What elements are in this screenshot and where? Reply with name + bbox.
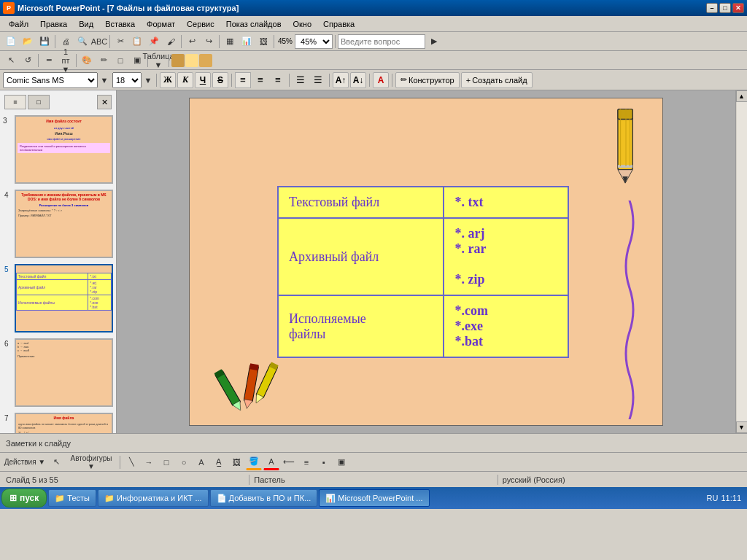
right-scrollbar[interactable]: ▲ ▼ [735, 90, 747, 433]
scroll-up-btn[interactable]: ▲ [736, 90, 748, 102]
autoshapes-btn[interactable]: Автофигуры ▼ [66, 454, 117, 470]
align-center-btn[interactable]: ≡ [252, 72, 268, 88]
type-cell-2: Архивный файл [278, 218, 444, 295]
spell-btn[interactable]: ABC [91, 34, 107, 50]
slide-thumb-7[interactable]: Имя файла одно имя файла не может занима… [15, 413, 113, 433]
save-btn[interactable]: 💾 [36, 34, 53, 50]
3d-draw-btn[interactable]: ▣ [333, 454, 349, 470]
close-button[interactable]: ✕ [732, 3, 744, 13]
menu-tools[interactable]: Сервис [181, 18, 220, 30]
slides-tab[interactable]: □ [28, 95, 50, 109]
taskbar-item-tests[interactable]: 📁 Тесты [48, 489, 96, 507]
taskbar-item-informatica[interactable]: 📁 Информатика и ИКТ ... [98, 489, 209, 507]
slide-area: Текстовый файл *. txt Архивный файл *. a… [117, 90, 735, 433]
scroll-track[interactable] [737, 102, 747, 421]
redo-btn[interactable]: ↪ [201, 34, 217, 50]
table-style3[interactable] [199, 54, 212, 67]
rect-tool[interactable]: □ [158, 454, 174, 470]
shadow-btn[interactable]: □ [112, 52, 128, 69]
new-slide-btn[interactable]: + Создать слайд [461, 72, 533, 88]
list-btn[interactable]: ☰ [293, 72, 309, 88]
line-color-btn[interactable]: ✏ [96, 52, 112, 69]
italic-btn[interactable]: К [177, 72, 193, 88]
slide-canvas[interactable]: Текстовый файл *. txt Архивный файл *. a… [189, 98, 663, 426]
design-icon: ✏ [400, 75, 407, 85]
font-color-btn[interactable]: A [373, 72, 389, 88]
scroll-down-btn[interactable]: ▼ [736, 421, 748, 433]
minimize-button[interactable]: – [706, 3, 718, 13]
underline-btn[interactable]: Ч [195, 72, 211, 88]
actions-btn[interactable]: Действия ▼ [3, 454, 47, 470]
design-btn[interactable]: ✏ Конструктор [395, 72, 460, 88]
decrease-font-btn[interactable]: A↓ [350, 72, 366, 88]
select-objects-btn[interactable]: ↖ [48, 454, 64, 470]
preview-btn[interactable]: 🔍 [74, 34, 90, 50]
font-color-draw-btn[interactable]: A [263, 454, 279, 470]
shadow-draw-btn[interactable]: ▪ [316, 454, 332, 470]
sep16 [392, 74, 392, 87]
help-input[interactable] [338, 34, 425, 49]
menu-window[interactable]: Окно [287, 18, 318, 30]
table-style2[interactable] [185, 54, 198, 67]
zoom-select[interactable]: 45%50%75%100% [295, 34, 333, 49]
menu-insert[interactable]: Вставка [99, 18, 141, 30]
format-paint-btn[interactable]: 🖌 [163, 34, 179, 50]
tests-icon: 📁 [55, 494, 65, 503]
font-size-select[interactable]: 18 [112, 72, 142, 88]
table-btn[interactable]: Таблица ▼ [150, 52, 166, 69]
menu-help[interactable]: Справка [317, 18, 360, 30]
slide-thumb-5[interactable]: Текстовый файл *.txt Архивный файл *.arj… [15, 264, 113, 332]
fill-color-draw-btn[interactable]: 🪣 [246, 454, 262, 470]
line-style-btn[interactable]: ━ [41, 52, 57, 69]
taskbar-item-ppt[interactable]: 📊 Microsoft PowerPoint ... [319, 489, 429, 507]
slide-thumb-6[interactable]: a → asdb → aaac → asdf Применение [15, 338, 113, 407]
wordart-tool[interactable]: A̲ [211, 454, 227, 470]
menu-view[interactable]: Вид [73, 18, 99, 30]
maximize-button[interactable]: □ [719, 3, 731, 13]
panel-close-btn[interactable]: ✕ [97, 95, 112, 109]
taskbar-item-add[interactable]: 📄 Добавить в ПО и ПК... [210, 489, 318, 507]
strikethrough-btn[interactable]: S [212, 72, 228, 88]
cut-btn[interactable]: ✂ [112, 34, 128, 50]
insert-clip-btn[interactable]: 🖼 [255, 34, 271, 50]
menu-slideshow[interactable]: Показ слайдов [220, 18, 287, 30]
dash-style-btn[interactable]: ≡ [298, 454, 314, 470]
insert-table-btn[interactable]: ▦ [222, 34, 238, 50]
font-select[interactable]: Comic Sans MS [3, 72, 98, 88]
menu-format[interactable]: Формат [141, 18, 181, 30]
numberedlist-btn[interactable]: ☰ [310, 72, 326, 88]
line-color-draw-btn[interactable]: ⟵ [281, 454, 297, 470]
fill-color-btn[interactable]: 🎨 [79, 52, 95, 69]
textbox-tool[interactable]: A [193, 454, 209, 470]
line-tool[interactable]: ╲ [123, 454, 139, 470]
rotate-btn[interactable]: ↺ [20, 52, 36, 69]
table-style1[interactable] [171, 54, 185, 67]
start-label: пуск [20, 493, 39, 503]
clip-art-tool[interactable]: 🖼 [228, 454, 244, 470]
oval-tool[interactable]: ○ [176, 454, 192, 470]
increase-font-btn[interactable]: A↑ [333, 72, 349, 88]
copy-btn[interactable]: 📋 [129, 34, 145, 50]
font-dropdown-btn[interactable]: ▼ [99, 72, 109, 88]
align-left-btn[interactable]: ≡ [235, 72, 251, 88]
select-btn[interactable]: ↖ [3, 52, 19, 69]
line-weight-btn[interactable]: 1 пт ▼ [58, 52, 74, 69]
undo-btn[interactable]: ↩ [184, 34, 200, 50]
slide-panel[interactable]: ≡ □ ✕ 3 Имя файла состоит из двух частей… [0, 90, 117, 433]
start-button[interactable]: ⊞ пуск [1, 489, 47, 508]
size-dropdown-btn[interactable]: ▼ [143, 72, 153, 88]
slide-thumb-3[interactable]: Имя файла состоит из двух частей Имя.Рас… [15, 115, 113, 184]
arrow-tool[interactable]: → [141, 454, 157, 470]
new-btn[interactable]: 📄 [3, 34, 19, 50]
menu-file[interactable]: Файл [3, 18, 34, 30]
align-right-btn[interactable]: ≡ [270, 72, 286, 88]
sep1 [55, 35, 55, 48]
menu-edit[interactable]: Правка [34, 18, 73, 30]
slide-thumb-4[interactable]: Требования к именам файлов, принятым в M… [15, 190, 113, 258]
bold-btn[interactable]: Ж [160, 72, 176, 88]
help-search-btn[interactable]: ▶ [426, 34, 442, 50]
insert-chart-btn[interactable]: 📊 [239, 34, 255, 50]
paste-btn[interactable]: 📌 [146, 34, 162, 50]
open-btn[interactable]: 📂 [20, 34, 36, 50]
outline-tab[interactable]: ≡ [4, 95, 26, 109]
